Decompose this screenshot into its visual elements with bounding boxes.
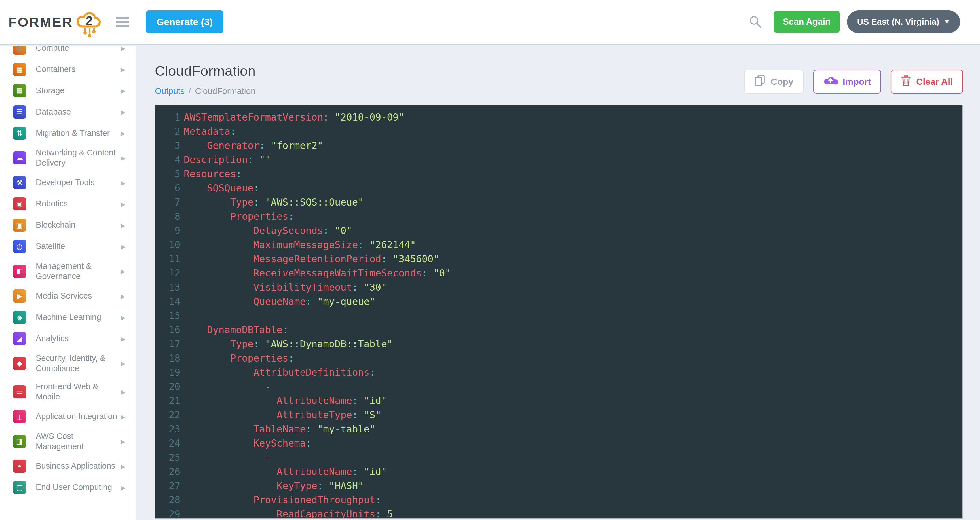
scan-again-button[interactable]: Scan Again bbox=[774, 11, 840, 33]
service-category-icon: ◓ bbox=[13, 460, 26, 473]
sidebar-item-label: Developer Tools bbox=[36, 178, 94, 188]
sidebar-item-application-integration[interactable]: ◫Application Integration▸ bbox=[0, 406, 135, 427]
line-number: 22 bbox=[155, 408, 184, 422]
sidebar-item-machine-learning[interactable]: ◈Machine Learning▸ bbox=[0, 307, 135, 328]
sidebar-item-label: Robotics bbox=[36, 199, 68, 209]
logo-text: FORMER bbox=[8, 14, 73, 30]
sidebar-item-satellite[interactable]: ◍Satellite▸ bbox=[0, 236, 135, 257]
cloudformation-code-editor[interactable]: 1AWSTemplateFormatVersion: "2010-09-09"2… bbox=[155, 105, 963, 519]
chevron-right-icon: ▸ bbox=[121, 107, 125, 117]
line-number: 24 bbox=[155, 436, 184, 450]
line-number: 10 bbox=[155, 238, 184, 252]
service-category-icon: ⇅ bbox=[13, 127, 26, 140]
chevron-right-icon: ▸ bbox=[121, 242, 125, 251]
former2-logo[interactable]: FORMER 2 bbox=[8, 5, 104, 38]
sidebar-item-blockchain[interactable]: ▣Blockchain▸ bbox=[0, 215, 135, 236]
code-line: 6 SQSQueue: bbox=[155, 181, 963, 195]
generate-button[interactable]: Generate (3) bbox=[146, 11, 223, 33]
sidebar-item-media-services[interactable]: ▶Media Services▸ bbox=[0, 286, 135, 307]
service-category-icon: ◍ bbox=[13, 240, 26, 253]
sidebar-item-label: Networking & Content Delivery bbox=[36, 148, 121, 168]
trash-icon bbox=[901, 75, 911, 89]
sidebar-item-database[interactable]: ☰Database▸ bbox=[0, 101, 135, 122]
service-category-icon: ◧ bbox=[13, 265, 26, 278]
code-line: 14 QueueName: "my-queue" bbox=[155, 294, 963, 309]
chevron-right-icon: ▸ bbox=[121, 291, 125, 301]
service-category-icon: ◨ bbox=[13, 435, 26, 448]
line-number: 25 bbox=[155, 450, 184, 464]
chevron-right-icon: ▸ bbox=[121, 199, 125, 209]
chevron-right-icon: ▸ bbox=[121, 483, 125, 493]
import-button[interactable]: Import bbox=[813, 70, 881, 94]
service-category-icon: ▭ bbox=[13, 385, 26, 398]
sidebar-item-migration-transfer[interactable]: ⇅Migration & Transfer▸ bbox=[0, 122, 135, 144]
code-line: 10 MaximumMessageSize: "262144" bbox=[155, 238, 963, 252]
sidebar-item-label: Security, Identity, & Compliance bbox=[36, 353, 121, 374]
sidebar-item-label: Media Services bbox=[36, 291, 92, 301]
code-line: 29 ReadCapacityUnits: 5 bbox=[155, 507, 963, 519]
service-category-icon: ◪ bbox=[13, 332, 26, 345]
code-line: 18 Properties: bbox=[155, 351, 963, 365]
code-line: 24 KeySchema: bbox=[155, 436, 963, 450]
line-number: 5 bbox=[155, 167, 184, 181]
title-block: CloudFormation Outputs/CloudFormation bbox=[155, 63, 256, 96]
copy-icon bbox=[754, 74, 765, 89]
sidebar-item-label: Migration & Transfer bbox=[36, 128, 110, 138]
sidebar-item-containers[interactable]: ▦Containers▸ bbox=[0, 59, 135, 80]
sidebar-item-label: Database bbox=[36, 107, 71, 117]
line-number: 19 bbox=[155, 365, 184, 379]
logo-cloud-icon: 2 bbox=[74, 8, 104, 38]
region-selector[interactable]: US East (N. Virginia) ▼ bbox=[847, 11, 960, 33]
sidebar-item-security-identity-compliance[interactable]: ◆Security, Identity, & Compliance▸ bbox=[0, 349, 135, 378]
sidebar-item-compute[interactable]: ▥Compute▸ bbox=[0, 46, 135, 59]
menu-hamburger-icon[interactable] bbox=[116, 17, 129, 27]
code-lines: 1AWSTemplateFormatVersion: "2010-09-09"2… bbox=[155, 110, 963, 519]
chevron-right-icon: ▸ bbox=[121, 412, 125, 421]
service-category-icon: ◫ bbox=[13, 410, 26, 423]
line-number: 15 bbox=[155, 309, 184, 323]
code-line: 22 AttributeType: "S" bbox=[155, 408, 963, 422]
chevron-right-icon: ▸ bbox=[121, 220, 125, 230]
line-number: 2 bbox=[155, 124, 184, 138]
service-category-icon: ☰ bbox=[13, 105, 26, 119]
clear-all-button[interactable]: Clear All bbox=[891, 70, 963, 94]
chevron-right-icon: ▸ bbox=[121, 436, 125, 446]
copy-label: Copy bbox=[771, 76, 794, 87]
chevron-right-icon: ▸ bbox=[121, 64, 125, 74]
sidebar-item-management-governance[interactable]: ◧Management & Governance▸ bbox=[0, 257, 135, 286]
sidebar-item-robotics[interactable]: ◉Robotics▸ bbox=[0, 193, 135, 215]
service-category-icon: ◆ bbox=[13, 357, 26, 370]
line-number: 14 bbox=[155, 294, 184, 309]
chevron-right-icon: ▸ bbox=[121, 312, 125, 322]
line-number: 11 bbox=[155, 252, 184, 266]
breadcrumb-separator: / bbox=[189, 86, 191, 95]
main-content: CloudFormation Outputs/CloudFormation Co… bbox=[137, 46, 980, 520]
sidebar-item-label: AWS Cost Management bbox=[36, 431, 121, 452]
line-number: 8 bbox=[155, 209, 184, 223]
code-line: 2Metadata: bbox=[155, 124, 963, 138]
sidebar-item-analytics[interactable]: ◪Analytics▸ bbox=[0, 328, 135, 349]
search-icon[interactable] bbox=[748, 15, 762, 29]
sidebar-item-networking-content-delivery[interactable]: ☁Networking & Content Delivery▸ bbox=[0, 144, 135, 172]
sidebar-item-business-applications[interactable]: ◓Business Applications▸ bbox=[0, 456, 135, 477]
sidebar-item-developer-tools[interactable]: ⚒Developer Tools▸ bbox=[0, 172, 135, 193]
sidebar-item-front-end-web-mobile[interactable]: ▭Front-end Web & Mobile▸ bbox=[0, 378, 135, 406]
breadcrumb-link-outputs[interactable]: Outputs bbox=[155, 86, 185, 95]
copy-button[interactable]: Copy bbox=[744, 70, 803, 94]
code-line: 12 ReceiveMessageWaitTimeSeconds: "0" bbox=[155, 266, 963, 280]
service-category-icon: ⚒ bbox=[13, 176, 26, 189]
cloud-upload-icon bbox=[824, 75, 838, 89]
code-line: 4Description: "" bbox=[155, 153, 963, 167]
sidebar-item-end-user-computing[interactable]: ▢End User Computing▸ bbox=[0, 477, 135, 498]
sidebar-item-aws-cost-management[interactable]: ◨AWS Cost Management▸ bbox=[0, 427, 135, 456]
sidebar-item-storage[interactable]: ▤Storage▸ bbox=[0, 80, 135, 101]
page-title: CloudFormation bbox=[155, 63, 256, 79]
chevron-right-icon: ▸ bbox=[121, 334, 125, 343]
line-number: 13 bbox=[155, 280, 184, 294]
code-line: 27 KeyType: "HASH" bbox=[155, 479, 963, 493]
line-number: 18 bbox=[155, 351, 184, 365]
code-line: 26 AttributeName: "id" bbox=[155, 464, 963, 479]
service-category-icon: ▶ bbox=[13, 289, 26, 302]
sidebar-item-label: End User Computing bbox=[36, 482, 112, 493]
region-label: US East (N. Virginia) bbox=[857, 17, 939, 27]
